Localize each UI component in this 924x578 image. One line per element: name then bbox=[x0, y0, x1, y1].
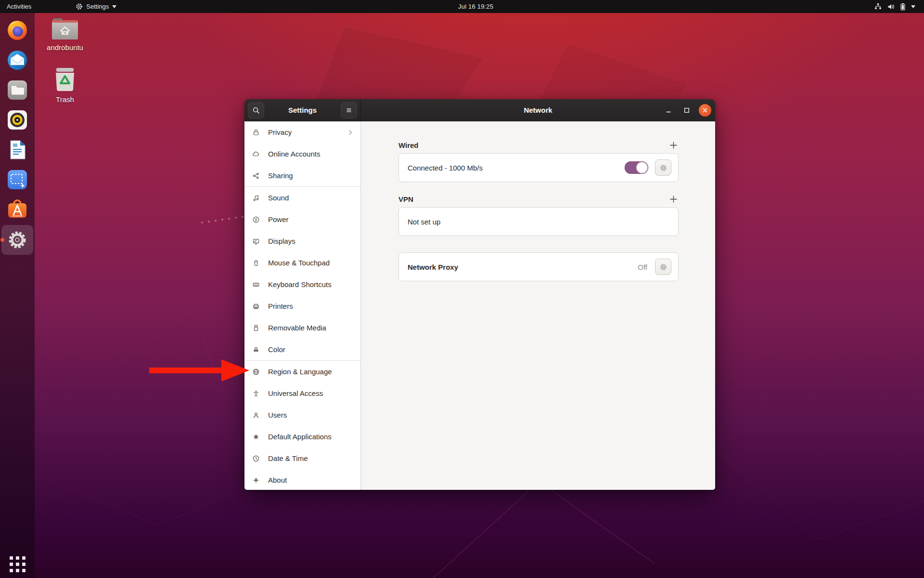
sidebar-item-label: Power bbox=[268, 215, 353, 223]
dock bbox=[0, 13, 35, 578]
star-icon bbox=[252, 433, 260, 441]
desktop-icon-trash[interactable]: Trash bbox=[40, 67, 90, 104]
sidebar-item-universal-access[interactable]: Universal Access bbox=[244, 382, 360, 404]
sidebar-item-online-accounts[interactable]: Online Accounts bbox=[244, 143, 360, 165]
menu-caret-icon bbox=[911, 5, 915, 8]
activities-button[interactable]: Activities bbox=[0, 0, 38, 13]
vpn-section-header: VPN bbox=[398, 194, 679, 204]
sidebar-item-default-applications[interactable]: Default Applications bbox=[244, 426, 360, 447]
sidebar-item-region-language[interactable]: Region & Language bbox=[244, 361, 360, 382]
sidebar-item-users[interactable]: Users bbox=[244, 404, 360, 426]
sidebar-item-sharing[interactable]: Sharing bbox=[244, 165, 360, 186]
sidebar-item-date-time[interactable]: Date & Time bbox=[244, 447, 360, 469]
dock-item-settings[interactable] bbox=[0, 224, 35, 255]
clock-icon bbox=[252, 454, 260, 462]
app-grid-button[interactable] bbox=[0, 556, 35, 572]
wired-status-label: Connected - 1000 Mb/s bbox=[408, 164, 625, 172]
sidebar-item-label: Users bbox=[268, 411, 353, 419]
sidebar-item-label: Printers bbox=[268, 302, 353, 310]
sidebar-item-label: Color bbox=[268, 345, 353, 354]
chevron-right-icon bbox=[347, 129, 353, 136]
keyboard-icon bbox=[252, 280, 260, 289]
share-icon bbox=[252, 171, 260, 180]
dock-item-thunderbird[interactable] bbox=[0, 45, 35, 75]
sidebar-item-label: Privacy bbox=[268, 128, 339, 136]
dock-item-ubuntu-software[interactable] bbox=[0, 195, 35, 224]
vpn-row[interactable]: Not set up bbox=[398, 207, 679, 236]
home-folder-icon bbox=[51, 17, 79, 40]
wired-options-button[interactable] bbox=[655, 159, 671, 176]
system-tray[interactable] bbox=[873, 0, 917, 13]
sidebar-item-removable-media[interactable]: Removable Media bbox=[244, 317, 360, 339]
settings-sidebar: PrivacyOnline AccountsSharingSoundPowerD… bbox=[244, 121, 361, 490]
sidebar-item-label: Default Applications bbox=[268, 433, 353, 441]
gear-icon bbox=[659, 164, 667, 172]
panel-header: Network bbox=[361, 99, 715, 121]
hamburger-icon bbox=[345, 106, 353, 114]
sidebar-item-label: Online Accounts bbox=[268, 150, 353, 158]
sidebar-item-label: Region & Language bbox=[268, 368, 353, 376]
sidebar-item-label: About bbox=[268, 476, 353, 484]
sidebar-item-label: Sharing bbox=[268, 171, 353, 180]
access-icon bbox=[252, 389, 260, 397]
sidebar-item-label: Removable Media bbox=[268, 324, 353, 332]
sidebar-item-label: Mouse & Touchpad bbox=[268, 259, 353, 267]
top-bar: Activities Settings Jul 16 19:25 bbox=[0, 0, 924, 13]
vpn-section-title: VPN bbox=[398, 195, 413, 203]
users-icon bbox=[252, 411, 260, 419]
close-button[interactable] bbox=[699, 104, 711, 117]
sidebar-item-color[interactable]: Color bbox=[244, 339, 360, 360]
sidebar-item-about[interactable]: About bbox=[244, 469, 360, 490]
wired-connection-row[interactable]: Connected - 1000 Mb/s bbox=[398, 153, 679, 182]
printer-icon bbox=[252, 302, 260, 310]
network-proxy-row[interactable]: Network Proxy Off bbox=[398, 252, 679, 281]
sidebar-item-printers[interactable]: Printers bbox=[244, 295, 360, 317]
toggle-knob bbox=[636, 162, 648, 173]
sidebar-item-privacy[interactable]: Privacy bbox=[244, 121, 360, 143]
removable-icon bbox=[252, 324, 260, 332]
plus-icon bbox=[669, 141, 678, 149]
dock-item-files[interactable] bbox=[0, 75, 35, 105]
power-icon bbox=[252, 215, 260, 223]
sidebar-item-label: Date & Time bbox=[268, 454, 353, 462]
sidebar-item-sound[interactable]: Sound bbox=[244, 187, 360, 209]
sidebar-item-label: Keyboard Shortcuts bbox=[268, 280, 353, 289]
network-icon bbox=[874, 3, 882, 10]
wired-section-header: Wired bbox=[398, 140, 679, 150]
sidebar-item-label: Universal Access bbox=[268, 389, 353, 397]
dock-item-libreoffice-writer[interactable] bbox=[0, 135, 35, 165]
search-button[interactable] bbox=[248, 102, 264, 118]
desktop-icon-label: androbuntu bbox=[40, 43, 90, 52]
settings-gear-icon bbox=[7, 229, 28, 250]
primary-menu-button[interactable] bbox=[341, 102, 357, 118]
proxy-options-button[interactable] bbox=[655, 259, 671, 275]
annotation-arrow bbox=[149, 358, 249, 382]
wired-toggle[interactable] bbox=[625, 161, 648, 174]
sidebar-item-mouse-touchpad[interactable]: Mouse & Touchpad bbox=[244, 252, 360, 274]
dock-item-screenshot[interactable] bbox=[0, 165, 35, 195]
vpn-status-label: Not set up bbox=[408, 218, 671, 226]
add-vpn-button[interactable] bbox=[668, 194, 679, 204]
files-icon bbox=[7, 79, 28, 101]
sidebar-item-displays[interactable]: Displays bbox=[244, 230, 360, 252]
dock-item-rhythmbox[interactable] bbox=[0, 105, 35, 135]
sidebar-item-power[interactable]: Power bbox=[244, 209, 360, 230]
desktop-icon-androbuntu[interactable]: androbuntu bbox=[40, 17, 90, 52]
dock-item-firefox[interactable] bbox=[0, 15, 35, 45]
color-icon bbox=[252, 345, 260, 354]
add-wired-connection-button[interactable] bbox=[668, 140, 679, 150]
displays-icon bbox=[252, 237, 260, 245]
thunderbird-icon bbox=[7, 50, 28, 71]
running-indicator-dot bbox=[0, 238, 4, 242]
clock[interactable]: Jul 16 19:25 bbox=[458, 0, 493, 13]
battery-icon bbox=[900, 3, 906, 11]
plus-icon bbox=[669, 195, 678, 203]
sidebar-item-label: Displays bbox=[268, 237, 353, 245]
minimize-button[interactable] bbox=[662, 104, 675, 117]
window-header[interactable]: Settings Network bbox=[244, 99, 715, 121]
trash-icon bbox=[52, 67, 77, 92]
maximize-button[interactable] bbox=[680, 104, 693, 117]
volume-icon bbox=[887, 3, 895, 11]
sidebar-item-keyboard-shortcuts[interactable]: Keyboard Shortcuts bbox=[244, 274, 360, 295]
app-menu-button[interactable]: Settings bbox=[70, 0, 122, 13]
